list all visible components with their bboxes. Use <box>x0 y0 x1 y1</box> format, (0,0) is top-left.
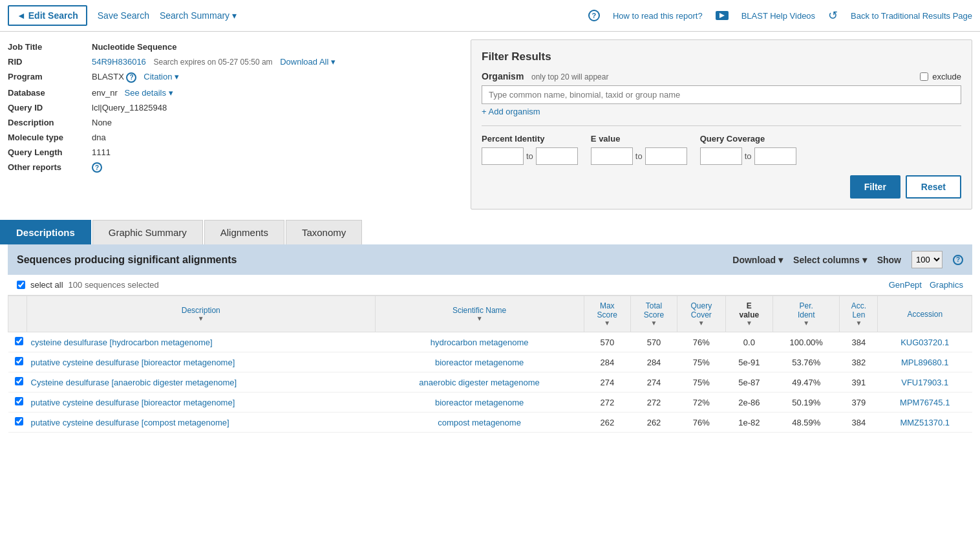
organism-input[interactable] <box>482 85 961 104</box>
sci-name-link-0[interactable]: hydrocarbon metagenome <box>431 338 529 347</box>
genpept-link[interactable]: GenPept <box>889 280 922 290</box>
col-scientific-name: Scientific Name▼ <box>375 296 584 332</box>
row-checkbox-cell <box>8 332 27 352</box>
select-all-label: select all <box>30 280 63 290</box>
results-controls: Download ▾ Select columns ▾ Show 100 50 … <box>732 251 963 268</box>
evalue-label: E value <box>591 134 687 144</box>
row-max-score-2: 274 <box>584 372 630 393</box>
col-per-ident: Per.Ident▼ <box>773 296 840 332</box>
sci-name-link-1[interactable]: bioreactor metagenome <box>435 358 524 367</box>
results-help-icon[interactable]: ? <box>953 255 963 265</box>
back-icon: ↺ <box>828 8 838 23</box>
citation-link[interactable]: Citation ▾ <box>144 72 179 81</box>
database-cell: env_nr See details ▾ <box>92 85 460 100</box>
row-per-ident-3: 50.19% <box>773 393 840 413</box>
results-section: Sequences producing significant alignmen… <box>0 244 980 433</box>
row-checkbox-cell <box>8 393 27 413</box>
row-query-cover-0: 76% <box>677 332 725 352</box>
accession-link-1[interactable]: MPL89680.1 <box>901 358 949 367</box>
reset-button[interactable]: Reset <box>906 175 961 199</box>
accession-link-3[interactable]: MPM76745.1 <box>900 398 950 407</box>
show-select[interactable]: 100 50 200 500 <box>911 251 943 268</box>
description-link-2[interactable]: Cysteine desulfurase [anaerobic digester… <box>31 378 237 387</box>
row-description-1: putative cysteine desulfurase [bioreacto… <box>27 352 376 372</box>
evalue-min[interactable] <box>591 147 633 165</box>
description-link-3[interactable]: putative cysteine desulfurase [bioreacto… <box>31 398 235 407</box>
accession-link-2[interactable]: VFU17903.1 <box>901 378 948 387</box>
row-checkbox-2[interactable] <box>15 377 23 385</box>
percent-identity-max[interactable] <box>536 147 578 165</box>
row-sci-name-2: anaerobic digester metagenome <box>375 372 584 393</box>
query-id-label: Query ID <box>8 100 92 115</box>
other-reports-help-icon[interactable]: ? <box>92 162 102 173</box>
filter-panel: Filter Results Organism only top 20 will… <box>471 39 972 210</box>
search-summary-link[interactable]: Search Summary ▾ <box>160 10 237 21</box>
program-value: BLASTX <box>92 72 124 81</box>
evalue-max[interactable] <box>645 147 687 165</box>
select-all-row: select all 100 sequences selected GenPep… <box>8 275 972 296</box>
see-details-link[interactable]: See details ▾ <box>125 88 173 98</box>
save-search-link[interactable]: Save Search <box>98 10 149 21</box>
query-coverage-max[interactable] <box>754 147 796 165</box>
row-total-score-0: 570 <box>630 332 677 352</box>
row-checkbox-0[interactable] <box>15 337 23 345</box>
accession-link-4[interactable]: MMZ51370.1 <box>900 418 950 427</box>
row-total-score-2: 274 <box>630 372 677 393</box>
program-cell: BLASTX ? Citation ▾ <box>92 69 460 85</box>
description-link-1[interactable]: putative cysteine desulfurase [bioreacto… <box>31 358 235 367</box>
tab-descriptions[interactable]: Descriptions <box>0 220 91 244</box>
top-nav-right: ? How to read this report? BLAST Help Vi… <box>588 8 972 23</box>
row-query-cover-4: 76% <box>677 413 725 433</box>
row-per-ident-0: 100.00% <box>773 332 840 352</box>
add-organism-link[interactable]: + Add organism <box>482 107 961 116</box>
row-checkbox-1[interactable] <box>15 357 23 365</box>
exclude-label: exclude <box>932 72 961 81</box>
query-length-value: 1111 <box>92 145 460 160</box>
row-sci-name-1: bioreactor metagenome <box>375 352 584 372</box>
top-nav: ◄ Edit Search Save Search Search Summary… <box>0 0 980 32</box>
program-help-icon[interactable]: ? <box>126 72 136 83</box>
results-table: Description▼ Scientific Name▼ MaxScore▼ … <box>8 296 972 433</box>
tab-taxonomy[interactable]: Taxonomy <box>286 220 362 244</box>
blast-help-videos-link[interactable]: BLAST Help Videos <box>741 11 815 21</box>
tabs-container: DescriptionsGraphic SummaryAlignmentsTax… <box>0 220 980 244</box>
description-link-4[interactable]: putative cysteine desulfurase [compost m… <box>31 418 229 427</box>
back-to-traditional-link[interactable]: Back to Traditional Results Page <box>851 11 972 21</box>
download-all-button[interactable]: Download All ▾ <box>280 57 336 67</box>
row-per-ident-4: 48.59% <box>773 413 840 433</box>
row-checkbox-3[interactable] <box>15 397 23 405</box>
select-columns-button[interactable]: Select columns ▾ <box>793 255 867 265</box>
tab-graphic-summary[interactable]: Graphic Summary <box>92 220 203 244</box>
select-all-checkbox[interactable] <box>17 281 25 289</box>
database-label: Database <box>8 85 92 100</box>
exclude-checkbox[interactable] <box>920 72 928 81</box>
col-total-score: TotalScore▼ <box>630 296 677 332</box>
how-to-read-link[interactable]: How to read this report? <box>613 11 703 21</box>
tab-alignments[interactable]: Alignments <box>204 220 284 244</box>
description-link-0[interactable]: cysteine desulfurase [hydrocarbon metage… <box>31 338 213 347</box>
sci-name-link-3[interactable]: bioreactor metagenome <box>435 398 524 407</box>
row-query-cover-1: 75% <box>677 352 725 372</box>
percent-identity-min[interactable] <box>482 147 524 165</box>
row-max-score-4: 262 <box>584 413 630 433</box>
query-coverage-group: Query Coverage to <box>700 134 796 165</box>
organism-section: Organism only top 20 will appear exclude… <box>482 71 961 116</box>
row-per-ident-2: 49.47% <box>773 372 840 393</box>
accession-link-0[interactable]: KUG03720.1 <box>900 338 949 347</box>
rid-link[interactable]: 54R9H836016 <box>92 57 146 67</box>
query-id-value: lcl|Query_11825948 <box>92 100 460 115</box>
row-e-value-4: 1e-82 <box>725 413 773 433</box>
graphics-link[interactable]: Graphics <box>930 280 963 290</box>
sci-name-link-4[interactable]: compost metagenome <box>438 418 521 427</box>
filter-button[interactable]: Filter <box>850 175 900 199</box>
edit-search-button[interactable]: ◄ Edit Search <box>8 5 87 26</box>
download-dropdown-button[interactable]: Download ▾ <box>732 255 783 265</box>
row-checkbox-4[interactable] <box>15 417 23 425</box>
query-coverage-min[interactable] <box>700 147 742 165</box>
row-description-2: Cysteine desulfurase [anaerobic digester… <box>27 372 376 393</box>
row-description-4: putative cysteine desulfurase [compost m… <box>27 413 376 433</box>
filter-buttons: Filter Reset <box>482 175 961 199</box>
expires-text: Search expires on 05-27 05:50 am <box>153 58 272 67</box>
sci-name-link-2[interactable]: anaerobic digester metagenome <box>419 378 539 387</box>
row-acc-len-1: 382 <box>840 352 878 372</box>
